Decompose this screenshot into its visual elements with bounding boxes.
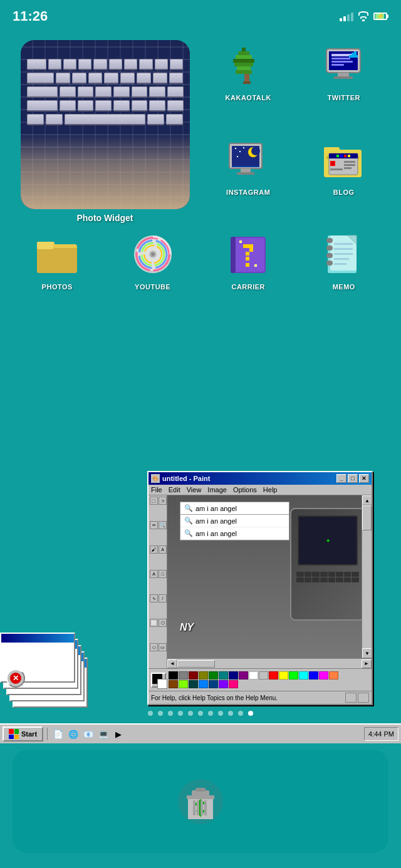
palette-color-swatch[interactable] <box>269 671 278 679</box>
paint-menu-help[interactable]: Help <box>263 486 278 493</box>
hands-overlay <box>21 133 190 210</box>
palette-color-swatch[interactable] <box>229 671 238 679</box>
palette-color-swatch[interactable] <box>219 680 228 688</box>
hscroll-thumb[interactable] <box>177 660 215 668</box>
palette-color-swatch[interactable] <box>319 671 328 679</box>
page-dot-9[interactable] <box>238 711 243 716</box>
page-dot-7[interactable] <box>218 711 223 716</box>
tool-brush[interactable]: 🖌 <box>150 545 158 554</box>
palette-color-swatch[interactable] <box>209 671 218 679</box>
taskbar-icon-1[interactable]: 📄 <box>51 727 65 741</box>
page-dot-1[interactable] <box>158 711 163 716</box>
palette-color-swatch[interactable] <box>219 671 228 679</box>
svg-rect-18 <box>354 51 357 55</box>
app-carrier[interactable]: CARRIER <box>204 229 293 291</box>
tool-fill[interactable]: A <box>159 545 167 554</box>
recycle-bin-icon <box>175 777 226 827</box>
palette-color-swatch[interactable] <box>299 671 308 679</box>
page-dot-4[interactable] <box>188 711 193 716</box>
start-button[interactable]: Start <box>3 726 43 741</box>
tool-zoom[interactable]: 🔍 <box>159 521 167 529</box>
taskbar-icon-4[interactable]: 💻 <box>96 727 110 741</box>
paint-menu-file[interactable]: File <box>151 486 162 493</box>
taskbar-divider-1 <box>47 728 48 740</box>
tool-eraser[interactable]: □ <box>159 570 167 578</box>
paint-minimize-btn[interactable]: _ <box>336 474 346 483</box>
tool-curve[interactable]: ∿ <box>150 594 158 602</box>
palette-color-swatch[interactable] <box>199 671 208 679</box>
palette-color-swatch[interactable] <box>179 680 188 688</box>
palette-color-swatch[interactable] <box>199 680 208 688</box>
search-query-1: am i an angel <box>195 505 237 512</box>
paint-menu-options[interactable]: Options <box>233 486 257 493</box>
app-photos[interactable]: PHOTOS <box>13 229 102 291</box>
app-twitter[interactable]: TWITTER <box>299 40 389 128</box>
photo-widget-label: Photo Widget <box>76 213 133 223</box>
signal-bar-1 <box>340 18 342 21</box>
search-result-2[interactable]: 🔍 am i an angel <box>180 527 289 540</box>
taskbar-icon-2[interactable]: 🌐 <box>66 727 80 741</box>
app-photo-widget[interactable]: Photo Widget <box>13 40 197 223</box>
svg-rect-13 <box>331 61 353 63</box>
tool-lasso[interactable]: ⊃ <box>159 497 167 505</box>
youtube-icon-svg <box>130 232 175 277</box>
hscroll-right-btn[interactable]: ► <box>362 659 372 668</box>
page-dot-5[interactable] <box>198 711 203 716</box>
svg-rect-42 <box>336 155 339 157</box>
tool-select[interactable]: ⬚ <box>150 497 158 505</box>
page-dot-10[interactable] <box>248 711 253 716</box>
page-dot-8[interactable] <box>228 711 233 716</box>
tool-pencil[interactable]: ✏ <box>150 521 158 529</box>
dock <box>13 750 388 853</box>
paint-menu-view[interactable]: View <box>187 486 202 493</box>
palette-color-swatch[interactable] <box>189 680 198 688</box>
wifi-icon <box>357 11 370 21</box>
taskbar-icon-5[interactable]: ▶ <box>112 727 125 741</box>
palette-color-swatch[interactable] <box>259 671 268 679</box>
search-result-1[interactable]: 🔍 am i an angel <box>180 515 289 527</box>
error-close-button[interactable]: ✕ <box>6 669 25 688</box>
svg-rect-40 <box>344 164 355 166</box>
twitter-label: TWITTER <box>328 94 360 101</box>
palette-color-swatch[interactable] <box>249 671 258 679</box>
paint-menu-edit[interactable]: Edit <box>169 486 180 493</box>
tool-text[interactable]: A <box>150 570 158 578</box>
tool-line[interactable]: / <box>159 594 167 602</box>
svg-rect-37 <box>331 162 334 165</box>
app-instagram[interactable]: INSTAGRAM <box>204 135 293 223</box>
paint-close-btn[interactable]: ✕ <box>359 474 369 483</box>
palette-color-swatch[interactable] <box>169 671 178 679</box>
carrier-icon-img <box>223 229 273 279</box>
palette-color-swatch[interactable] <box>169 680 178 688</box>
tool-roundrect[interactable]: ▭ <box>159 643 167 651</box>
palette-color-swatch[interactable] <box>309 671 318 679</box>
paint-canvas[interactable]: ◈ NY ▲ <box>167 495 372 658</box>
app-memo[interactable]: MEMO <box>299 229 389 291</box>
paint-menu-image[interactable]: Image <box>207 486 227 493</box>
tool-poly[interactable]: ⬡ <box>159 619 167 627</box>
app-kakaotalk[interactable]: KAKAOTALK <box>204 40 293 128</box>
palette-color-swatch[interactable] <box>279 671 288 679</box>
palette-color-swatch[interactable] <box>239 671 248 679</box>
tool-oval[interactable]: ⬭ <box>150 643 158 651</box>
palette-color-swatch[interactable] <box>189 671 198 679</box>
app-youtube[interactable]: YOUTUBE <box>108 229 198 291</box>
recycle-bin-app[interactable] <box>175 777 226 827</box>
page-dot-6[interactable] <box>208 711 213 716</box>
page-dot-0[interactable] <box>148 711 153 716</box>
search-input-box[interactable]: 🔍 am i an angel <box>180 502 289 515</box>
taskbar-icon-3[interactable]: 📧 <box>81 727 95 741</box>
palette-color-swatch[interactable] <box>329 671 338 679</box>
tool-rect-select[interactable]: ⬜ <box>150 619 158 627</box>
palette-color-swatch[interactable] <box>209 680 218 688</box>
vscroll-down-btn[interactable]: ▼ <box>362 648 372 658</box>
svg-rect-29 <box>237 172 254 175</box>
app-blog[interactable]: BLOG <box>299 135 389 223</box>
palette-color-swatch[interactable] <box>289 671 298 679</box>
hscroll-left-btn[interactable]: ◄ <box>167 659 177 668</box>
palette-color-swatch[interactable] <box>179 671 188 679</box>
paint-maximize-btn[interactable]: □ <box>348 474 358 483</box>
page-dot-3[interactable] <box>178 711 183 716</box>
page-dot-2[interactable] <box>168 711 173 716</box>
palette-color-swatch[interactable] <box>229 680 238 688</box>
